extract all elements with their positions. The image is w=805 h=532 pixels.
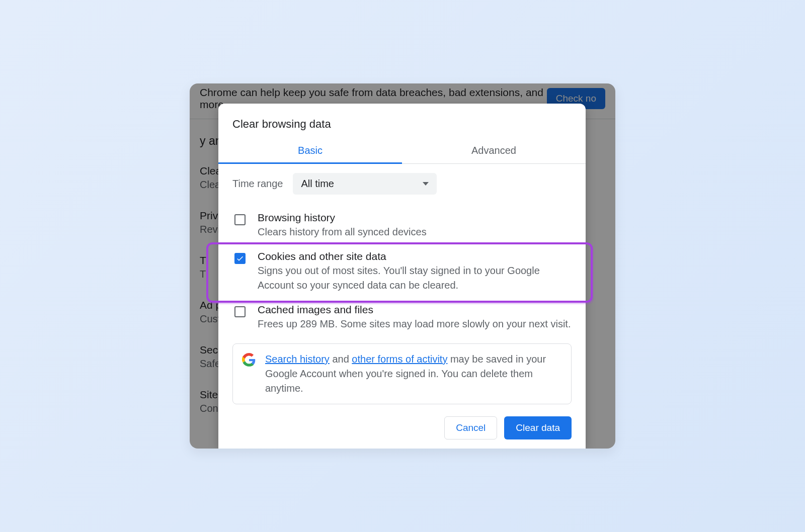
dialog-body: Time range All time Browsing history Cle… [218,164,586,404]
tab-basic[interactable]: Basic [218,141,402,163]
option-text: Cached images and files Frees up 289 MB.… [258,304,571,331]
time-range-select[interactable]: All time [293,173,437,195]
time-range-label: Time range [232,178,283,190]
dialog-actions: Cancel Clear data [218,404,586,449]
checkbox-cookies[interactable] [234,253,246,264]
option-cached[interactable]: Cached images and files Frees up 289 MB.… [232,301,572,339]
info-text: Search history and other forms of activi… [265,352,562,396]
chevron-down-icon [423,182,429,186]
option-subtitle: Signs you out of most sites. You'll stay… [258,263,572,293]
dialog-title: Clear browsing data [218,104,586,141]
cancel-button[interactable]: Cancel [444,416,497,439]
option-subtitle: Clears history from all synced devices [258,225,427,239]
settings-frame: Chrome can help keep you safe from data … [190,83,615,449]
option-text: Browsing history Clears history from all… [258,212,427,239]
search-history-link[interactable]: Search history [265,353,330,365]
option-text: Cookies and other site data Signs you ou… [258,250,572,293]
tab-advanced[interactable]: Advanced [402,141,586,163]
check-icon [236,254,244,262]
checkbox-browsing-history[interactable] [234,214,246,225]
option-title: Browsing history [258,212,427,224]
tabs: Basic Advanced [218,141,586,164]
google-logo-icon [242,353,256,367]
option-subtitle: Frees up 289 MB. Some sites may load mor… [258,317,571,331]
google-account-info: Search history and other forms of activi… [232,343,572,404]
option-title: Cached images and files [258,304,571,316]
option-cookies[interactable]: Cookies and other site data Signs you ou… [232,247,572,301]
time-range-value: All time [301,178,334,190]
option-browsing-history[interactable]: Browsing history Clears history from all… [232,209,572,247]
time-range-row: Time range All time [232,173,572,195]
checkbox-cached[interactable] [234,306,246,317]
option-title: Cookies and other site data [258,250,572,262]
clear-browsing-data-dialog: Clear browsing data Basic Advanced Time … [218,104,586,449]
clear-data-button[interactable]: Clear data [504,416,572,439]
other-activity-link[interactable]: other forms of activity [352,353,447,365]
